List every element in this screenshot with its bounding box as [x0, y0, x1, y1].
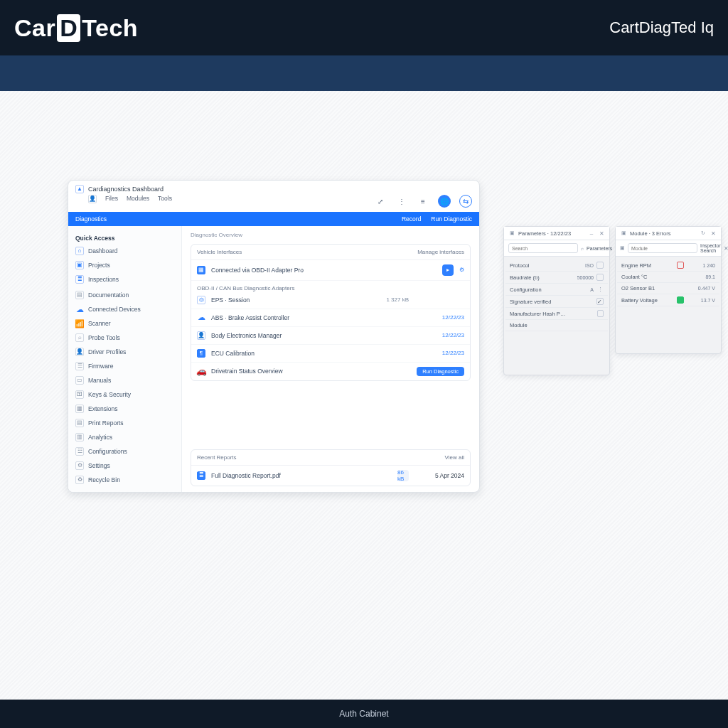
app-icon: ▲ — [75, 185, 84, 193]
diagnostics-window: ▲ Cardiagnostics Dashboard 👤 Files Modul… — [68, 180, 480, 493]
menu-tools[interactable]: Tools — [158, 195, 172, 208]
brand-tagline: CartDiagTed Iq — [609, 18, 714, 37]
report-row[interactable]: ≣ Full Diagnostic Report.pdf 86 kB 5 Apr… — [191, 466, 470, 486]
strip-action-record[interactable]: Record — [402, 215, 421, 223]
window-title: Cardiagnostics Dashboard — [88, 186, 164, 193]
table-row[interactable]: 🚗 Drivetrain Status Overview Run Diagnos… — [191, 363, 470, 380]
featured-action-badge[interactable]: ▸ — [442, 264, 454, 276]
close-icon[interactable]: ✕ — [598, 230, 605, 237]
panel-btn[interactable]: Inspector Search — [700, 243, 721, 253]
param-row[interactable]: Module — [505, 320, 608, 331]
check-icon: ✓ — [596, 298, 604, 305]
param-row[interactable]: Baudrate (b)500000 — [505, 272, 608, 284]
refresh-icon[interactable]: ↻ — [700, 230, 707, 237]
list-subhead: OBD-II / CAN Bus Diagnostic Adapters — [191, 281, 470, 291]
key-icon: ⚿ — [75, 390, 84, 399]
sidebar-item-print[interactable]: ▤Print Reports — [73, 417, 177, 429]
pdf-icon: ≣ — [197, 471, 205, 480]
param-row[interactable]: Signature verified✓ — [505, 296, 608, 308]
module-row[interactable]: Battery Voltage13.7 V — [617, 294, 719, 306]
table-row[interactable]: 👤 Body Electronics Manager 12/22/23 — [191, 327, 470, 345]
book-icon: ▭ — [75, 376, 84, 385]
module-search-input[interactable] — [628, 243, 697, 253]
featured-adapter-row[interactable]: ▦ Connected via OBD-II Adapter Pro ▸ ⚙ — [191, 260, 470, 281]
minimize-icon[interactable]: – — [588, 230, 595, 237]
sidebar-item-label: Documentation — [88, 291, 129, 299]
run-diagnostic-button[interactable]: Run Diagnostic — [417, 367, 464, 376]
param-row[interactable]: ConfigurationA⋮ — [505, 284, 608, 296]
sidebar-item-label: Analytics — [88, 434, 112, 441]
close-icon[interactable]: ✕ — [724, 245, 728, 252]
param-row[interactable]: ProtocolISO — [505, 259, 608, 272]
sidebar-item-analytics[interactable]: ▥Analytics — [73, 431, 177, 444]
search-input[interactable] — [508, 243, 578, 253]
menu-files[interactable]: Files — [105, 195, 118, 208]
canvas: ▲ Cardiagnostics Dashboard 👤 Files Modul… — [0, 91, 728, 728]
module-row[interactable]: O2 Sensor B10.447 V — [617, 283, 719, 294]
param-label: Module — [510, 322, 572, 328]
module-icon: ▣ — [620, 245, 625, 252]
close-icon[interactable]: ✕ — [710, 230, 717, 237]
sidebar-item-settings[interactable]: ⚙Settings — [73, 459, 177, 472]
panel-icon: ▣ — [620, 230, 627, 237]
antenna-icon: 📶 — [75, 319, 84, 328]
module-row[interactable]: Engine RPM1 240 — [617, 259, 719, 272]
sidebar-item-recycle[interactable]: ♻Recycle Bin — [73, 473, 177, 486]
sidebar-item-label: Dashboard — [88, 247, 118, 255]
param-value: ISO — [565, 263, 594, 268]
more-icon[interactable]: ⋮ — [596, 286, 604, 293]
param-row[interactable]: Manufacturer Hash Pending — [505, 308, 608, 320]
sidebar-item-scanner[interactable]: 📶Scanner — [73, 317, 177, 330]
pin-icon[interactable]: ⤢ — [374, 195, 387, 208]
sidebar-item-config[interactable]: ☳Configurations — [73, 445, 177, 458]
sidebar-item-devices[interactable]: ☁Connected Devices — [73, 303, 177, 316]
param-value: 500000 — [565, 275, 594, 280]
card-head-right[interactable]: Manage interfaces — [417, 249, 464, 255]
sidebar-item-manuals[interactable]: ▭Manuals — [73, 374, 177, 387]
sidebar-item-documentation[interactable]: ▤Documentation — [73, 289, 177, 301]
globe-icon[interactable]: 🌐 — [438, 195, 451, 208]
table-row[interactable]: ¶ ECU Calibration 12/22/23 — [191, 345, 470, 363]
more-icon[interactable]: ⋮ — [395, 195, 408, 208]
strip-action-run[interactable]: Run Diagnostic — [431, 215, 472, 223]
sidebar-item-dashboard[interactable]: ⌂ Dashboard — [73, 245, 177, 257]
cloud-icon: ☁ — [197, 314, 205, 322]
sidebar-item-drivers[interactable]: 👤Driver Profiles — [73, 346, 177, 358]
search-icon: ⌕ — [75, 333, 84, 342]
panel-title: Module · 3 Errors — [630, 230, 697, 237]
module-row[interactable]: Coolant °C89.1 — [617, 272, 719, 283]
panel-icon: ▣ — [508, 230, 515, 237]
card-head-right[interactable]: View all — [445, 454, 464, 461]
search-icon[interactable]: ⌕ — [581, 245, 584, 252]
featured-gear-icon[interactable]: ⚙ — [459, 267, 464, 273]
sync-icon[interactable]: ⇆ — [459, 195, 472, 208]
param-label: Manufacturer Hash Pending — [510, 311, 567, 317]
list-icon: ≣ — [75, 275, 84, 284]
sidebar-item-label: Print Reports — [88, 419, 124, 427]
config-icon: ☳ — [75, 447, 84, 456]
sidebar-item-probe[interactable]: ⌕Probe Tools — [73, 331, 177, 344]
brand-word-right: Tech — [82, 14, 138, 41]
sidebar-item-inspections[interactable]: ≣ Inspections — [73, 273, 177, 286]
sidebar-item-keys[interactable]: ⚿Keys & Security — [73, 388, 177, 401]
gear-icon: ⚙ — [75, 461, 84, 470]
menubar: 👤 Files Modules Tools ⤢ ⋮ ≡ 🌐 ⇆ — [68, 195, 479, 212]
panel-search: ▣ Inspector Search ✕ — [616, 240, 721, 257]
footer-banner: Auth Cabinet — [0, 700, 728, 728]
menu-icon[interactable]: ≡ — [417, 195, 429, 208]
table-row[interactable]: ☁ ABS · Brake Assist Controller 12/22/23 — [191, 309, 470, 327]
car-icon: 🚗 — [197, 367, 205, 375]
user-icon: 👤 — [88, 195, 97, 203]
sidebar-item-label: Recycle Bin — [88, 476, 120, 483]
sidebar-item-extensions[interactable]: ▦Extensions — [73, 402, 177, 415]
menu-modules[interactable]: Modules — [127, 195, 149, 208]
panel-btn[interactable]: Parameters — [587, 246, 612, 251]
row-label: O2 Sensor B1 — [621, 285, 684, 291]
table-row[interactable]: ◎ EPS · Session 1 327 kB — [191, 291, 470, 309]
sidebar-item-firmware[interactable]: ☰Firmware — [73, 360, 177, 373]
secondary-banner — [0, 55, 728, 91]
param-label: Configuration — [510, 287, 562, 293]
brand-logo: CarDTech — [14, 14, 138, 42]
sidebar-item-label: Settings — [88, 462, 110, 469]
sidebar-item-projects[interactable]: ▣ Projects — [73, 259, 177, 272]
